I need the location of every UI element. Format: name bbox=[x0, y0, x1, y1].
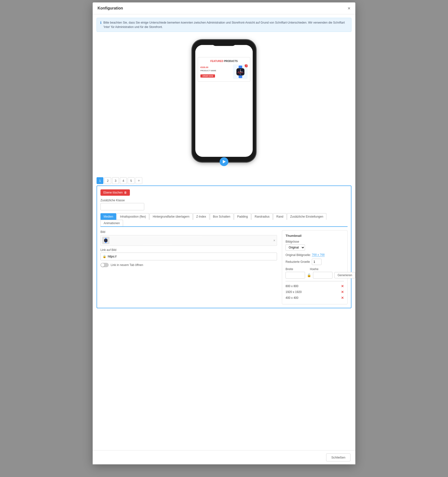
phone-preview-container: FEATURED PRODUCTS €535.00 PRODUCT NAME O… bbox=[93, 35, 355, 164]
phone-screen: FEATURED PRODUCTS €535.00 PRODUCT NAME O… bbox=[195, 45, 253, 157]
thumbnail-panel: Thumbnail Bildgrösse Original Custom Ori… bbox=[282, 230, 348, 304]
sub-tab-padding[interactable]: Padding bbox=[234, 213, 251, 220]
info-banner: ℹ Bitte beachten Sie, dass Sie einige Un… bbox=[97, 18, 351, 32]
generate-button[interactable]: Generieren bbox=[334, 272, 355, 278]
delete-layer-button[interactable]: Ebene löschen 🗑 bbox=[100, 189, 130, 196]
hoehe-input[interactable] bbox=[313, 272, 332, 279]
reduzierte-input[interactable] bbox=[312, 259, 322, 265]
media-left-panel: Bild bbox=[100, 230, 277, 304]
svg-point-4 bbox=[240, 69, 241, 70]
page-tab-5[interactable]: 5 bbox=[128, 177, 134, 184]
original-bildgroesse-value[interactable]: 768 x 768 bbox=[312, 253, 325, 257]
modal-title: Konfiguration bbox=[98, 6, 123, 10]
additional-class-input[interactable] bbox=[100, 203, 144, 210]
product-name: PRODUCT NAME bbox=[200, 70, 233, 72]
delete-layer-label: Ebene löschen bbox=[103, 191, 123, 194]
bild-clear-button[interactable]: × bbox=[273, 238, 275, 242]
featured-black-label: PRODUCTS bbox=[223, 60, 238, 62]
play-button[interactable] bbox=[220, 157, 228, 166]
original-bildgroesse-label: Original Bildgroelle: bbox=[286, 253, 311, 257]
hoehe-label: Hoehe bbox=[310, 267, 320, 271]
link-input-row: 🔒 bbox=[100, 253, 277, 260]
list-item: 1920 x 1920 ✕ bbox=[286, 289, 344, 295]
toggle-label: Link in neuem Tab öffnen bbox=[111, 263, 143, 267]
config-panel: Ebene löschen 🗑 Zusätzliche Klasse Medie… bbox=[97, 186, 351, 308]
toggle-knob bbox=[101, 263, 104, 267]
toggle-row: Link in neuem Tab öffnen bbox=[100, 263, 277, 267]
dimensions-row: 🔒 Generieren bbox=[286, 272, 344, 279]
modal-close-button[interactable]: × bbox=[348, 6, 350, 11]
bildgroesse-select-row: Original Custom bbox=[286, 244, 344, 251]
size-label-0: 800 x 800 bbox=[286, 284, 298, 288]
page-tab-2[interactable]: 2 bbox=[104, 177, 111, 184]
breite-label: Breite bbox=[286, 267, 295, 271]
svg-point-5 bbox=[242, 71, 242, 72]
list-item: 800 x 800 ✕ bbox=[286, 283, 344, 289]
original-size-row: Original Bildgroelle: 768 x 768 bbox=[286, 253, 344, 257]
sub-tab-hintergrundfarbe[interactable]: Hintergrundfarbe überlagern bbox=[150, 213, 193, 220]
sub-tab-box-schatten[interactable]: Box Schatten bbox=[210, 213, 233, 220]
order-now-button[interactable]: ORDER NOW bbox=[200, 74, 215, 78]
link-lock-icon: 🔒 bbox=[103, 255, 106, 258]
phone-notch bbox=[212, 40, 236, 46]
link-input[interactable] bbox=[108, 255, 275, 258]
sub-tab-animationen[interactable]: Animationen bbox=[100, 220, 123, 226]
bild-thumbnail bbox=[102, 237, 109, 244]
product-row: €535.00 PRODUCT NAME ORDER NOW 1 bbox=[200, 64, 248, 79]
page-tab-add-button[interactable]: + bbox=[135, 177, 142, 184]
dims-label-row: Breite Hoehe bbox=[286, 267, 344, 271]
page-tabs: 1 2 3 4 5 + bbox=[93, 174, 355, 184]
toggle-switch[interactable] bbox=[100, 263, 109, 267]
svg-rect-10 bbox=[105, 238, 107, 239]
bild-label: Bild bbox=[100, 230, 277, 234]
bildgroesse-label: Bildgrösse bbox=[286, 240, 344, 243]
reduzierte-row: Reduzierte Groelle bbox=[286, 259, 344, 265]
divider bbox=[286, 281, 344, 281]
dimensions-lock-icon: 🔒 bbox=[307, 273, 311, 277]
remove-size-button-1[interactable]: ✕ bbox=[341, 290, 344, 294]
featured-title: FEATURED PRODUCTS bbox=[200, 60, 248, 62]
sub-tab-medien[interactable]: Medien bbox=[100, 213, 116, 220]
sub-tab-zindex[interactable]: Z-Index bbox=[193, 213, 209, 220]
watch-image bbox=[234, 65, 247, 79]
info-icon: ℹ bbox=[100, 21, 101, 25]
product-left: €535.00 PRODUCT NAME ORDER NOW bbox=[200, 66, 233, 78]
remove-size-button-2[interactable]: ✕ bbox=[341, 296, 344, 300]
size-label-1: 1920 x 1920 bbox=[286, 290, 302, 294]
remove-size-button-0[interactable]: ✕ bbox=[341, 284, 344, 288]
play-icon bbox=[223, 160, 226, 163]
modal-footer: Schließen bbox=[93, 450, 355, 464]
modal-overlay: Konfiguration × ℹ Bitte beachten Sie, da… bbox=[0, 0, 448, 477]
breite-input[interactable] bbox=[286, 272, 305, 279]
modal: Konfiguration × ℹ Bitte beachten Sie, da… bbox=[93, 2, 355, 464]
svg-point-6 bbox=[240, 74, 241, 74]
modal-header: Konfiguration × bbox=[93, 2, 355, 14]
page-tab-3[interactable]: 3 bbox=[112, 177, 119, 184]
sub-tabs: Medien Inhaltsposition (flex) Hintergrun… bbox=[100, 213, 348, 227]
svg-rect-0 bbox=[239, 65, 242, 69]
featured-red-label: FEATURED bbox=[210, 60, 224, 62]
page-tab-1[interactable]: 1 bbox=[97, 177, 103, 184]
phone-content: FEATURED PRODUCTS €535.00 PRODUCT NAME O… bbox=[195, 45, 253, 84]
phone-frame: FEATURED PRODUCTS €535.00 PRODUCT NAME O… bbox=[192, 40, 256, 162]
close-footer-button[interactable]: Schließen bbox=[326, 453, 350, 461]
size-list: 800 x 800 ✕ 1920 x 1920 ✕ 400 x 400 ✕ bbox=[286, 283, 344, 301]
sub-tab-inhaltsposition[interactable]: Inhaltsposition (flex) bbox=[117, 213, 149, 220]
sub-tab-zusaetzliche-einstellungen[interactable]: Zusätzliche Einstellungen bbox=[287, 213, 326, 220]
info-banner-text: Bitte beachten Sie, dass Sie einige Unte… bbox=[103, 20, 348, 29]
product-image-area: 1 bbox=[233, 64, 248, 79]
sub-tab-rand[interactable]: Rand bbox=[273, 213, 287, 220]
page-tab-4[interactable]: 4 bbox=[120, 177, 127, 184]
svg-rect-1 bbox=[239, 75, 242, 78]
additional-class-label: Zusätzliche Klasse bbox=[100, 199, 348, 202]
bild-upload-row: × bbox=[100, 235, 277, 246]
media-tab-content: Bild bbox=[100, 230, 348, 304]
sub-tab-randradius[interactable]: Randradius bbox=[251, 213, 273, 220]
bildgroesse-select[interactable]: Original Custom bbox=[286, 244, 305, 251]
product-price: €535.00 bbox=[200, 66, 233, 69]
product-badge: 1 bbox=[245, 64, 248, 67]
link-label: Link auf Bild bbox=[100, 248, 277, 252]
bild-thumb-icon bbox=[103, 238, 108, 243]
list-item: 400 x 400 ✕ bbox=[286, 295, 344, 301]
svg-rect-11 bbox=[105, 242, 107, 243]
